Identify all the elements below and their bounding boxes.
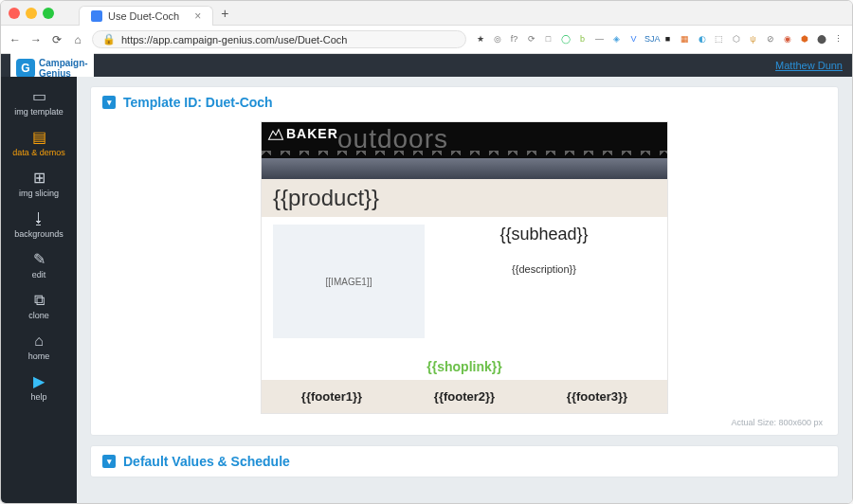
sidebar-item-img-template[interactable]: ▭img template xyxy=(1,82,77,123)
extension-icon[interactable]: □ xyxy=(542,33,554,45)
sidebar-icon: ⌂ xyxy=(34,333,44,349)
extension-icons: ★◎f?⟳□◯b—◈VSJA■▦◐⬚⬡ψ⊘◉⬢⬤⋮ xyxy=(474,33,844,45)
product-field: {{product}} xyxy=(262,179,667,217)
sidebar-item-data-&-demos[interactable]: ▤data & demos xyxy=(1,123,77,164)
close-tab-icon[interactable]: × xyxy=(194,9,201,23)
sidebar-label: help xyxy=(30,392,46,402)
description-field: {{description}} xyxy=(512,263,576,275)
hero-banner: BAKER outdoors xyxy=(262,122,667,179)
minimize-window-dot[interactable] xyxy=(26,8,37,19)
sidebar-label: data & demos xyxy=(12,148,65,157)
panel-defaults: ▾ Default Values & Schedule xyxy=(90,445,839,477)
panel-header-defaults[interactable]: ▾ Default Values & Schedule xyxy=(91,446,838,477)
extension-icon[interactable]: ⬡ xyxy=(730,33,742,45)
actual-size-label: Actual Size: 800x600 px xyxy=(102,414,826,427)
sidebar-item-img-slicing[interactable]: ⊞img slicing xyxy=(1,164,77,205)
reload-icon[interactable]: ⟳ xyxy=(50,33,64,46)
extension-icon[interactable]: ◎ xyxy=(491,33,503,45)
extension-icon[interactable]: ◉ xyxy=(781,33,793,45)
hero-brand: BAKER xyxy=(267,126,338,141)
sidebar-label: home xyxy=(28,351,50,361)
extension-icon[interactable]: ⊘ xyxy=(764,33,776,45)
extension-icon[interactable]: ★ xyxy=(474,33,486,45)
forward-icon[interactable]: → xyxy=(29,33,43,46)
address-bar: ← → ⟳ ⌂ 🔒 https://app.campaign-genius.co… xyxy=(1,26,852,54)
shoplink-field: {{shoplink}} xyxy=(262,342,667,380)
sidebar-label: edit xyxy=(32,270,46,279)
sidebar-item-clone[interactable]: ⧉clone xyxy=(1,286,77,327)
logo-text: Campaign-Genius xyxy=(39,58,88,79)
footer3-field: {{footer3}} xyxy=(567,389,627,404)
sidebar-icon: ✎ xyxy=(33,252,45,267)
sidebar-icon: ⊞ xyxy=(33,171,45,186)
image-placeholder: [[IMAGE1]] xyxy=(273,225,425,338)
sidebar-item-help[interactable]: ▶help xyxy=(1,368,77,408)
content-area[interactable]: ▾ Template ID: Duet-Coch BAKER outdoors xyxy=(77,77,852,503)
panel-title: Default Values & Schedule xyxy=(123,454,290,469)
extension-icon[interactable]: ◯ xyxy=(559,33,572,45)
favicon-icon xyxy=(91,10,102,22)
sidebar-item-edit[interactable]: ✎edit xyxy=(1,245,77,286)
sidebar: ▭img template▤data & demos⊞img slicing⭳b… xyxy=(1,77,77,503)
logo-mark-icon: G xyxy=(16,59,35,78)
lock-icon: 🔒 xyxy=(102,33,116,45)
sidebar-icon: ⧉ xyxy=(34,293,45,308)
panel-header-template[interactable]: ▾ Template ID: Duet-Coch xyxy=(91,87,838,117)
panel-template: ▾ Template ID: Duet-Coch BAKER outdoors xyxy=(90,86,839,436)
sidebar-icon: ⭳ xyxy=(31,211,46,226)
extension-icon[interactable]: ◐ xyxy=(696,33,708,45)
sidebar-label: img slicing xyxy=(19,189,59,198)
sidebar-icon: ▤ xyxy=(32,130,46,145)
extension-icon[interactable]: SJA xyxy=(644,33,657,45)
extension-icon[interactable]: ⬚ xyxy=(713,33,725,45)
sidebar-icon: ▭ xyxy=(32,89,46,104)
back-icon[interactable]: ← xyxy=(9,33,22,46)
extension-icon[interactable]: ⬤ xyxy=(815,33,827,45)
user-link[interactable]: Matthew Dunn xyxy=(775,60,843,71)
extension-icon[interactable]: — xyxy=(593,33,606,45)
maximize-window-dot[interactable] xyxy=(43,8,54,19)
panel-title: Template ID: Duet-Coch xyxy=(123,95,273,110)
tab-title: Use Duet-Coch xyxy=(108,10,179,22)
extension-icon[interactable]: ⟳ xyxy=(525,33,537,45)
template-preview: BAKER outdoors {{product}} [[IMAGE1]] {{… xyxy=(261,121,668,414)
extension-icon[interactable]: ▦ xyxy=(679,33,691,45)
url-field[interactable]: 🔒 https://app.campaign-genius.com/use/Du… xyxy=(92,30,466,48)
collapse-toggle-icon[interactable]: ▾ xyxy=(102,455,116,468)
sidebar-label: backgrounds xyxy=(14,229,64,239)
extension-icon[interactable]: ◈ xyxy=(610,33,623,45)
extension-icon[interactable]: ⬢ xyxy=(798,33,810,45)
close-window-dot[interactable] xyxy=(9,8,20,19)
sidebar-label: clone xyxy=(28,311,49,320)
mountain-icon xyxy=(267,128,284,141)
subhead-field: {{subhead}} xyxy=(499,225,588,244)
new-tab-button[interactable]: + xyxy=(221,6,228,21)
collapse-toggle-icon[interactable]: ▾ xyxy=(102,96,116,109)
extension-icon[interactable]: ⋮ xyxy=(832,33,844,45)
window-titlebar: Use Duet-Coch × + xyxy=(1,1,852,26)
extension-icon[interactable]: b xyxy=(576,33,589,45)
url-text: https://app.campaign-genius.com/use/Duet… xyxy=(121,34,347,45)
tab-strip: Use Duet-Coch × + xyxy=(79,0,844,26)
extension-icon[interactable]: V xyxy=(627,33,640,45)
sidebar-item-home[interactable]: ⌂home xyxy=(1,327,77,368)
footer-row: {{footer1}} {{footer2}} {{footer3}} xyxy=(262,380,667,413)
hero-mountain-bg xyxy=(262,158,667,179)
extension-icon[interactable]: ψ xyxy=(747,33,759,45)
home-icon[interactable]: ⌂ xyxy=(71,33,84,46)
sidebar-label: img template xyxy=(14,107,64,117)
browser-tab[interactable]: Use Duet-Coch × xyxy=(79,6,213,26)
extension-icon[interactable]: ■ xyxy=(662,33,674,45)
footer1-field: {{footer1}} xyxy=(301,389,362,404)
app-top-bar: G Campaign-Genius Matthew Dunn xyxy=(1,54,852,77)
sidebar-item-backgrounds[interactable]: ⭳backgrounds xyxy=(1,205,77,245)
footer2-field: {{footer2}} xyxy=(434,389,495,404)
sidebar-icon: ▶ xyxy=(33,374,45,389)
extension-icon[interactable]: f? xyxy=(508,33,520,45)
